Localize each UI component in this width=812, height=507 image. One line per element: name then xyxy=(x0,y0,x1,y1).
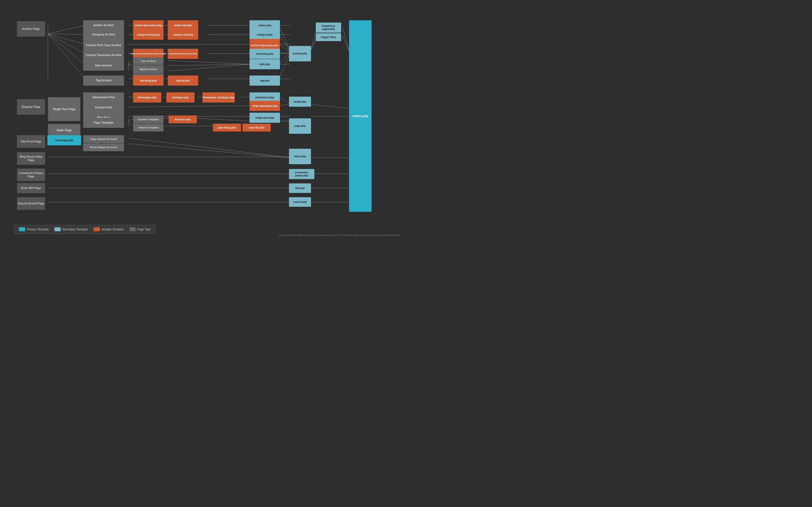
category-id-node: category-$id.php xyxy=(168,30,198,40)
svg-line-5 xyxy=(48,34,85,79)
svg-line-4 xyxy=(48,34,85,64)
mimetype-node: $mimetype.php xyxy=(133,93,161,103)
index-php-node: index.php xyxy=(349,20,371,212)
svg-line-2 xyxy=(48,34,85,44)
variable-swatch xyxy=(94,227,100,231)
home-php-node: home.php xyxy=(289,149,311,164)
comments-popup-php-node: comments-popup.php xyxy=(289,169,314,179)
legend-primary: Primary Template xyxy=(19,227,49,231)
page-shown-on-front-node: Page Shown On Front xyxy=(83,135,124,143)
tag-archive-node: Tag Archive xyxy=(83,75,124,86)
archive-page-node: Archive Page xyxy=(17,21,45,37)
category-slug-node: category-$slug.php xyxy=(133,30,163,40)
error-404-php-node: 404.php xyxy=(289,183,311,193)
legend-variable: Variable Template xyxy=(94,227,124,231)
custom-template-node: Custom Template xyxy=(133,115,163,123)
svg-line-56 xyxy=(279,104,290,106)
footer-text: Designed By Michelle Schulp of marktimem… xyxy=(278,234,400,237)
author-nicename-node: author-$nicename.php xyxy=(133,20,163,31)
subtype-node: $subtype.php xyxy=(166,93,195,103)
paged-false-node: Paged: false xyxy=(316,33,341,41)
svg-line-55 xyxy=(128,106,251,107)
attachment-post-node: Attachment Post xyxy=(83,93,124,103)
tag-id-node: tag-$id.php xyxy=(168,75,198,86)
custom-php-node: $custom.php xyxy=(168,115,197,123)
svg-line-26 xyxy=(168,64,251,66)
taxonomy-php-node: taxonomy.php xyxy=(250,49,280,59)
legend-page-type: Page Type xyxy=(130,227,151,231)
page-php-node: page.php xyxy=(289,118,311,134)
svg-line-0 xyxy=(48,25,85,34)
search-php-node: search.php xyxy=(289,197,311,207)
svg-line-1 xyxy=(48,34,85,35)
svg-line-42 xyxy=(343,36,350,52)
paged-true-node: Paged:true paged.php xyxy=(316,22,341,33)
single-php-node: single.php xyxy=(289,97,311,107)
page-id-node: page-$id.php xyxy=(243,124,271,131)
svg-line-36 xyxy=(279,52,290,54)
svg-line-33 xyxy=(279,25,290,52)
author-archive-node: Author Archive xyxy=(83,20,124,31)
category-archive-node: Category Archive xyxy=(83,30,124,40)
singular-page-node: Singular Page xyxy=(17,99,45,115)
svg-line-38 xyxy=(279,52,290,79)
comments-popup-node: Comments Popup Page xyxy=(17,168,45,181)
svg-line-37 xyxy=(279,52,290,64)
author-id-node: author-$id.php xyxy=(168,20,198,31)
svg-line-54 xyxy=(279,97,290,104)
svg-line-25 xyxy=(168,61,251,64)
archive-php-node: archive.php xyxy=(289,46,311,61)
category-php-node: category.php xyxy=(250,30,280,40)
svg-line-73 xyxy=(128,138,290,158)
custom-taxonomy-archive-node: Custom Taxonomy Archive xyxy=(83,49,124,62)
single-posttype-node: single-$posttype.php xyxy=(250,101,280,111)
legend-secondary: Secondary Template xyxy=(54,227,88,231)
custom-post-node: Custom Post xyxy=(83,103,124,113)
blog-posts-index-node: Blog Posts Index Page xyxy=(17,152,45,165)
author-php-node: author.php xyxy=(250,20,280,31)
front-page-php-node: front-page.php xyxy=(47,135,81,145)
page-template-node: Page Template xyxy=(83,118,124,128)
page-type-swatch xyxy=(130,227,136,231)
posts-shown-on-front-node: Posts Shown On Front xyxy=(83,144,124,151)
tag-php-node: tag.php xyxy=(250,75,280,86)
single-post-php-node: single-post.php xyxy=(250,113,280,123)
search-result-node: Search Result Page xyxy=(17,197,45,210)
site-front-page-node: Site Front Page xyxy=(17,135,45,148)
legend: Primary Template Secondary Template Vari… xyxy=(14,225,155,234)
svg-line-27 xyxy=(168,64,251,71)
single-post-page-node: Single Post Page xyxy=(48,97,80,121)
year-archive-node: Year Archive xyxy=(133,57,163,65)
svg-line-74 xyxy=(128,144,290,158)
svg-line-41 xyxy=(343,27,350,52)
default-template-node: Default Template xyxy=(133,124,163,131)
primary-swatch xyxy=(19,227,25,231)
page-slug-node: page-$slug.php xyxy=(213,124,241,131)
svg-line-35 xyxy=(279,44,290,52)
svg-line-34 xyxy=(279,35,290,52)
static-page-node: Static Page xyxy=(48,124,80,136)
month-archive-node: Month Archive xyxy=(133,65,163,73)
date-archive-node: Date Archive xyxy=(83,61,124,71)
svg-line-66 xyxy=(197,118,251,121)
date-php-node: date.php xyxy=(250,59,280,69)
svg-line-59 xyxy=(310,104,350,108)
taxonomy-php-var-node: taxonomy-$taxonomy.php xyxy=(168,49,198,59)
secondary-swatch xyxy=(54,227,61,231)
mimetype-subtype-node: $mimetype_$subtype.php xyxy=(202,93,235,103)
diagram-container: Archive Page Author Archive author-$nice… xyxy=(0,0,406,239)
svg-line-3 xyxy=(48,34,85,54)
tag-slug-node: tag-$slug.php xyxy=(133,75,163,86)
error-404-node: Error 404 Page xyxy=(17,183,45,193)
